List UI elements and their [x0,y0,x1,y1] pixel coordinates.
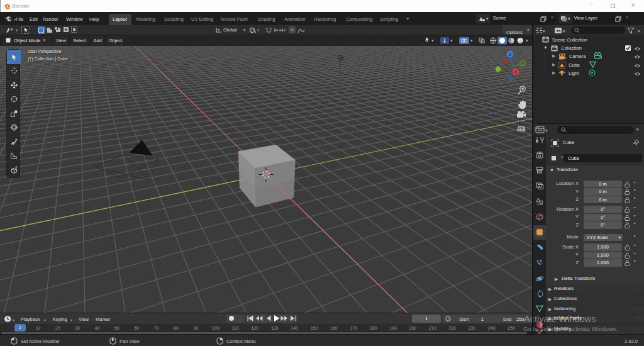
svg-text:▾: ▾ [638,29,640,33]
svg-text:▾: ▾ [526,38,528,43]
svg-text:▾: ▾ [431,38,434,43]
svg-text:▾: ▾ [450,38,453,43]
svg-text:X: X [514,70,518,74]
svg-text:▾: ▾ [543,29,545,33]
svg-text:▾: ▾ [470,38,473,43]
svg-text:Z: Z [509,52,511,57]
svg-text:▾: ▾ [563,29,565,33]
svg-text:Y: Y [521,62,525,66]
svg-text:▾: ▾ [545,128,548,133]
